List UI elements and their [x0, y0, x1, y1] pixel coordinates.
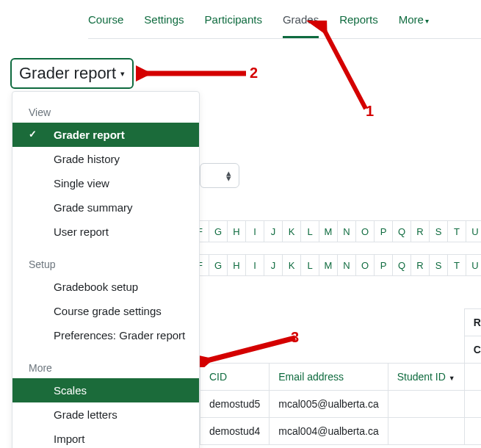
table-row: demostud5 mcal005@ualberta.ca: [200, 391, 482, 418]
tab-reports[interactable]: Reports: [339, 13, 378, 38]
dd-item-grade-letters[interactable]: Grade letters: [12, 402, 199, 427]
report-dropdown: View Grader report Grade history Single …: [12, 91, 200, 448]
tab-more-label: More: [399, 13, 424, 26]
letter-S[interactable]: S: [429, 254, 448, 276]
dd-item-scales[interactable]: Scales: [12, 378, 199, 402]
annotation-3: 3: [291, 329, 299, 346]
table-corner-r: R: [464, 309, 481, 336]
report-select[interactable]: Grader report ▾: [10, 58, 134, 89]
letter-H[interactable]: H: [227, 220, 246, 242]
letter-O[interactable]: O: [355, 220, 375, 242]
letter-P[interactable]: P: [374, 254, 393, 276]
letter-G[interactable]: G: [209, 254, 228, 276]
dd-item-import[interactable]: Import: [12, 427, 199, 448]
letter-G[interactable]: G: [209, 220, 228, 242]
annotation-arrow-2: [136, 61, 261, 86]
letter-P[interactable]: P: [374, 220, 393, 242]
tab-settings[interactable]: Settings: [144, 13, 184, 38]
letter-L[interactable]: L: [300, 254, 319, 276]
letter-U[interactable]: U: [466, 220, 481, 242]
letter-Q[interactable]: Q: [392, 220, 411, 242]
letter-R[interactable]: R: [411, 254, 430, 276]
col-email[interactable]: Email address: [270, 364, 388, 391]
tab-participants[interactable]: Participants: [205, 13, 262, 38]
table-corner-c: C: [464, 336, 481, 364]
letter-K[interactable]: K: [282, 220, 301, 242]
cell-email: mcal005@ualberta.ca: [270, 391, 388, 418]
annotation-1: 1: [366, 103, 374, 120]
updown-icon: ▴▾: [226, 170, 231, 181]
chevron-down-icon: ▾: [425, 17, 429, 25]
dd-item-grader-report[interactable]: Grader report: [12, 123, 199, 147]
tab-more[interactable]: More▾: [399, 13, 429, 38]
dd-item-single-view[interactable]: Single view: [12, 171, 199, 195]
cell-ccid: demostud4: [200, 418, 270, 445]
dd-item-grade-history[interactable]: Grade history: [12, 147, 199, 171]
cell-ccid: demostud5: [200, 391, 270, 418]
cell-email: mcal004@ualberta.ca: [270, 418, 388, 445]
cell-extra: [464, 391, 481, 418]
letter-H[interactable]: H: [227, 254, 246, 276]
group-select[interactable]: ▴▾: [200, 163, 239, 188]
dd-group-more: More: [12, 347, 199, 378]
letter-I[interactable]: I: [245, 220, 264, 242]
dd-item-preferences-grader[interactable]: Preferences: Grader report: [12, 323, 199, 347]
col-ccid[interactable]: CID: [200, 364, 270, 391]
col-student-id[interactable]: Student ID: [388, 364, 464, 391]
course-tabs: Course Settings Participants Grades Repo…: [88, 0, 481, 39]
letter-N[interactable]: N: [337, 220, 356, 242]
cell-sid: [388, 391, 464, 418]
tab-grades[interactable]: Grades: [283, 13, 319, 38]
letter-J[interactable]: J: [264, 254, 283, 276]
cell-extra: [464, 418, 481, 445]
chevron-down-icon: ▾: [120, 69, 125, 79]
letter-O[interactable]: O: [355, 254, 375, 276]
letter-U[interactable]: U: [466, 254, 481, 276]
dd-group-view: View: [12, 92, 199, 123]
table-row: demostud4 mcal004@ualberta.ca: [200, 418, 482, 445]
report-select-label: Grader report: [19, 64, 116, 83]
letter-Q[interactable]: Q: [392, 254, 411, 276]
letter-S[interactable]: S: [429, 220, 448, 242]
dd-item-grade-summary[interactable]: Grade summary: [12, 195, 199, 220]
letter-M[interactable]: M: [319, 254, 338, 276]
letter-I[interactable]: I: [245, 254, 264, 276]
letter-R[interactable]: R: [411, 220, 430, 242]
cell-sid: [388, 418, 464, 445]
dd-group-setup: Setup: [12, 244, 199, 275]
letter-T[interactable]: T: [447, 220, 466, 242]
letter-L[interactable]: L: [300, 220, 319, 242]
letter-K[interactable]: K: [282, 254, 301, 276]
svg-line-0: [323, 28, 366, 109]
tab-course[interactable]: Course: [88, 13, 123, 38]
annotation-2: 2: [250, 65, 258, 82]
letter-M[interactable]: M: [319, 220, 338, 242]
firstname-filter: FGHIJKLMNOPQRSTU: [191, 220, 481, 242]
dd-item-course-grade-settings[interactable]: Course grade settings: [12, 299, 199, 323]
letter-N[interactable]: N: [337, 254, 356, 276]
col-extra: [464, 364, 481, 391]
dd-item-user-report[interactable]: User report: [12, 220, 199, 244]
dd-item-gradebook-setup[interactable]: Gradebook setup: [12, 275, 199, 299]
grades-table: R C CID Email address Student ID demostu…: [200, 308, 481, 445]
lastname-filter: FGHIJKLMNOPQRSTU: [191, 254, 481, 276]
letter-J[interactable]: J: [264, 220, 283, 242]
letter-T[interactable]: T: [447, 254, 466, 276]
